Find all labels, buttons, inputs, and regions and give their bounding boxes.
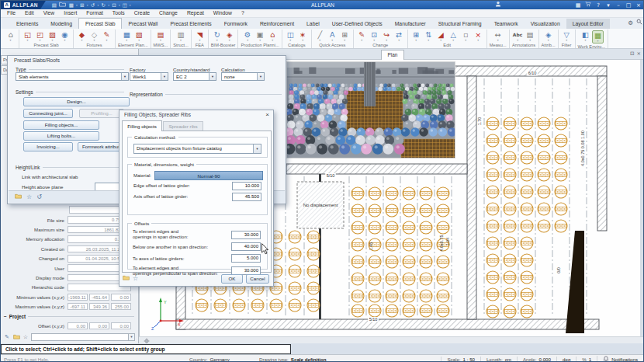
help-icon[interactable]: ? (594, 2, 603, 9)
mirror-icon[interactable]: ⇄▾ (393, 30, 405, 42)
workspace-active-icon[interactable]: ▦▾ (592, 30, 604, 44)
country-standard-combo[interactable]: EC 2▼ (173, 72, 216, 81)
bim-sync-icon[interactable]: ↻▾ (211, 30, 223, 42)
chevron-down-icon[interactable]: ▼ (161, 73, 168, 80)
copy-move-icon[interactable]: ⊡▾ (369, 30, 380, 42)
viewport-menu-icon[interactable]: ⊡ (630, 50, 634, 57)
minimize-icon[interactable]: – (614, 2, 623, 9)
edit-pencil-icon[interactable]: ✎ (3, 334, 11, 340)
ribbon-tab-user-defined-objects[interactable]: User-Defined Objects (326, 19, 389, 29)
status-field-scale[interactable]: Scale:1 : 50 (441, 357, 480, 362)
ribbon-tab-precast-wall[interactable]: Precast Wall (122, 19, 164, 29)
menu-item-change[interactable]: Change (154, 9, 182, 17)
palette-value-field[interactable]: 0.00 (68, 322, 88, 330)
workspace-layout-icon[interactable]: ◧▾ (580, 30, 591, 44)
filling-objects-button[interactable]: Filling objects... (23, 120, 99, 130)
save-favorite-star-icon[interactable]: ☆ (26, 193, 32, 201)
offset-row-field[interactable]: 5.000 (231, 254, 261, 263)
ribbon-tab-label[interactable]: Label (300, 19, 326, 29)
stretch-icon[interactable]: ↪▾ (381, 30, 393, 42)
favorite-combo[interactable]: ▼ (31, 333, 135, 341)
menu-item-format[interactable]: Format (81, 9, 108, 17)
fixture-edit-icon[interactable]: ✎▾ (101, 30, 113, 42)
invoicing-button[interactable]: Invoicing... (23, 142, 73, 151)
status-field-group[interactable]: %1 (576, 357, 597, 362)
menu-item-create[interactable]: Create (130, 9, 154, 17)
catalog-book-icon[interactable]: ◫▾ (285, 30, 296, 42)
settings-gear-icon[interactable]: ⚙ (628, 19, 633, 26)
copy-elements-icon[interactable]: ⊞▾ (410, 30, 422, 42)
viewport-tab-plan[interactable]: Plan (381, 50, 404, 60)
ok-button[interactable]: OK (221, 274, 243, 284)
viewport-close-icon[interactable]: × (637, 50, 641, 57)
ribbon-tab-elements[interactable]: Elements (10, 19, 44, 29)
ribbon-tab-precast-slab[interactable]: Precast Slab (78, 18, 123, 29)
drawing-type-field[interactable]: Drawing type:Scale definition (259, 357, 327, 362)
production-factory-icon[interactable]: ⌂▾ (267, 30, 279, 42)
tab-filling-objects[interactable]: Filling objects (122, 120, 162, 131)
dimension-icon[interactable]: ⊞▾ (339, 30, 351, 42)
palette-value-field[interactable]: -1969.11 (68, 294, 88, 301)
factory-combo[interactable]: Werk1▼ (130, 72, 168, 81)
slab-layout-icon[interactable]: ◱▾ (22, 30, 33, 42)
align-icon[interactable]: ⇅▾ (423, 30, 435, 42)
menu-item-insert[interactable]: Insert (59, 9, 81, 17)
search-icon[interactable] (636, 19, 642, 26)
precast-home-icon[interactable]: ⌂▾ (5, 30, 16, 42)
status-field-deg[interactable]: deg (556, 357, 576, 362)
type-combo[interactable]: Slab elements▼ (16, 72, 129, 81)
ribbon-tab-reinforcement[interactable]: Reinforcement (254, 19, 300, 29)
restore-icon[interactable]: □ (624, 2, 633, 9)
selection-box-icon[interactable]: ▫▾ (460, 30, 472, 42)
load-favorite-icon[interactable] (15, 193, 22, 201)
menu-item-tools[interactable]: Tools (108, 9, 130, 17)
ribbon-tab-teamwork[interactable]: Teamwork (488, 19, 525, 29)
design-button[interactable]: Design... (23, 97, 130, 106)
production-print-icon[interactable]: ▣▾ (254, 30, 266, 42)
element-plan-icon[interactable]: ▦▾ (121, 30, 133, 42)
palette-value-field[interactable]: -697.11 (68, 303, 88, 311)
help-caret-icon[interactable]: ▾ (604, 2, 613, 9)
palette-value-field[interactable]: 0.00 (89, 322, 109, 330)
palette-value-field[interactable]: 0.00 (111, 322, 131, 330)
chevron-down-icon[interactable]: ▼ (253, 144, 261, 153)
material-button[interactable]: Normal-90 (154, 171, 263, 180)
dim-row-field[interactable]: 45.500 (232, 193, 261, 201)
ribbon-tab-structural-framing[interactable]: Structural Framing (432, 19, 488, 29)
connecting-joint-button[interactable]: Connecting joint... (23, 109, 73, 118)
menu-item-window[interactable]: Window (209, 9, 237, 17)
save-favorite-star-icon[interactable]: ☆ (133, 275, 138, 283)
link-architectural-slab-label[interactable]: Link with architectural slab (22, 174, 78, 179)
measure-icon[interactable]: ↔▾ (492, 30, 504, 42)
bim-export-icon[interactable]: ◈▾ (223, 30, 235, 42)
menu-item-file[interactable]: File (2, 9, 20, 17)
status-field-angle[interactable]: Angle:0.000 (517, 357, 556, 362)
ribbon-tab-formwork[interactable]: Formwork (218, 19, 254, 29)
dim-row-field[interactable]: 10.000 (232, 182, 261, 190)
offset-row-field[interactable]: 40.000 (231, 242, 261, 251)
folder-icon[interactable] (12, 334, 20, 341)
chevron-down-icon[interactable]: ▼ (257, 73, 264, 80)
ribbon-tab-layout-editor[interactable]: Layout Editor (566, 19, 610, 29)
production-machine-icon[interactable]: ⚙▾ (242, 30, 254, 42)
modify-icon[interactable]: ✎▾ (356, 30, 368, 42)
calculation-method-combo[interactable]: Displacement objects from fixture catalo… (133, 144, 261, 154)
load-favorite-icon[interactable] (123, 275, 130, 283)
element-plan-settings-icon[interactable]: ▧▾ (133, 30, 145, 42)
shop-icon[interactable] (583, 2, 593, 9)
catalog-tools-icon[interactable]: ∗▾ (297, 30, 309, 42)
draw-line-icon[interactable]: ╱▾ (314, 30, 326, 42)
user-account-icon[interactable] (493, 1, 503, 9)
menu-item-view[interactable]: View (39, 9, 60, 17)
abc-text-icon[interactable]: Abc▾ (512, 30, 524, 42)
close-icon[interactable]: × (634, 2, 643, 9)
notifications-button[interactable]: Notifications (597, 356, 643, 362)
chevron-down-icon[interactable]: ▼ (128, 334, 134, 340)
text-icon[interactable]: A▾ (327, 30, 338, 42)
struct-icon[interactable]: ▥▾ (175, 30, 187, 42)
trim-icon[interactable]: ◢▾ (435, 30, 447, 42)
offset-row-field[interactable]: 30.000 (231, 231, 261, 239)
palette-value-field[interactable]: 349.36 (89, 303, 109, 311)
favorite-star-icon[interactable]: ☆ (22, 334, 29, 340)
chevron-down-icon[interactable]: ▼ (121, 73, 128, 80)
